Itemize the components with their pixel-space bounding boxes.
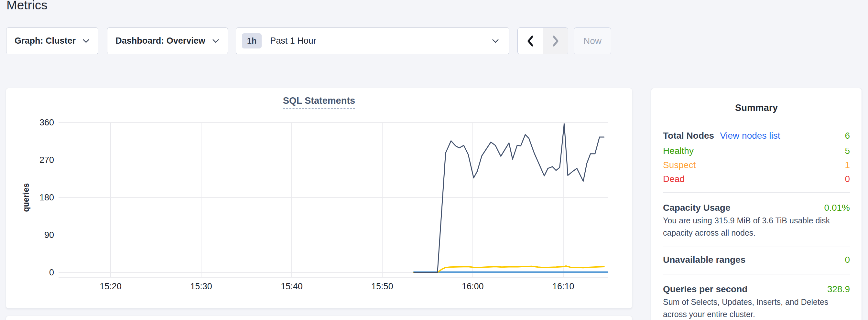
chevron-down-icon bbox=[82, 38, 90, 43]
svg-text:15:20: 15:20 bbox=[100, 282, 122, 291]
capacity-usage-value: 0.01% bbox=[824, 203, 850, 213]
suspect-nodes-row: Suspect 1 bbox=[663, 158, 850, 172]
divider bbox=[663, 274, 850, 275]
healthy-nodes-row: Healthy 5 bbox=[663, 144, 850, 158]
queries-per-second-description: Sum of Selects, Updates, Inserts, and De… bbox=[663, 296, 850, 320]
total-nodes-value: 6 bbox=[845, 131, 850, 141]
svg-text:15:50: 15:50 bbox=[371, 282, 393, 291]
total-nodes-row: Total Nodes View nodes list 6 bbox=[663, 129, 850, 143]
svg-text:16:00: 16:00 bbox=[462, 282, 484, 291]
svg-text:15:30: 15:30 bbox=[190, 282, 212, 291]
summary-panel: Summary Total Nodes View nodes list 6 He… bbox=[651, 88, 862, 320]
chevron-left-icon bbox=[526, 35, 534, 47]
dead-nodes-label: Dead bbox=[663, 174, 685, 184]
sql-statements-chart[interactable]: 09018027036015:2015:3015:4015:5016:0016:… bbox=[6, 88, 632, 309]
divider bbox=[663, 247, 850, 247]
metrics-page: Metrics Graph: Cluster Dashboard: Overvi… bbox=[0, 0, 868, 320]
dead-nodes-row: Dead 0 bbox=[663, 172, 850, 186]
healthy-nodes-label: Healthy bbox=[663, 146, 694, 156]
svg-text:15:40: 15:40 bbox=[281, 282, 303, 291]
now-button[interactable]: Now bbox=[574, 28, 611, 54]
unavailable-ranges-label: Unavailable ranges bbox=[663, 255, 745, 265]
next-chart-card bbox=[6, 316, 632, 320]
graph-dropdown-label: Graph: Cluster bbox=[14, 36, 76, 46]
dead-nodes-value: 0 bbox=[845, 174, 850, 184]
time-range-label: Past 1 Hour bbox=[270, 36, 483, 46]
time-nav-group bbox=[518, 28, 568, 54]
suspect-nodes-label: Suspect bbox=[663, 160, 695, 170]
suspect-nodes-value: 1 bbox=[845, 160, 850, 170]
chart-card: SQL Statements 09018027036015:2015:3015:… bbox=[6, 88, 632, 309]
total-nodes-label: Total Nodes bbox=[663, 131, 714, 141]
prev-time-button[interactable] bbox=[518, 28, 542, 54]
chevron-down-icon bbox=[212, 38, 220, 43]
time-range-selector[interactable]: 1h Past 1 Hour bbox=[236, 28, 509, 54]
chevron-down-icon bbox=[492, 38, 499, 43]
queries-per-second-value: 328.9 bbox=[827, 284, 850, 294]
time-range-badge: 1h bbox=[242, 33, 261, 49]
svg-text:270: 270 bbox=[39, 155, 54, 165]
unavailable-ranges-row: Unavailable ranges 0 bbox=[663, 253, 850, 267]
graph-dropdown[interactable]: Graph: Cluster bbox=[6, 28, 98, 54]
toolbar: Graph: Cluster Dashboard: Overview 1h Pa… bbox=[0, 0, 868, 58]
summary-title: Summary bbox=[651, 102, 862, 113]
svg-text:180: 180 bbox=[39, 193, 54, 202]
capacity-usage-row: Capacity Usage 0.01% bbox=[663, 201, 850, 215]
divider bbox=[663, 192, 850, 193]
svg-text:queries: queries bbox=[21, 183, 30, 212]
svg-text:360: 360 bbox=[39, 118, 54, 127]
svg-text:90: 90 bbox=[44, 230, 54, 240]
svg-text:16:10: 16:10 bbox=[552, 282, 575, 291]
dashboard-dropdown-label: Dashboard: Overview bbox=[116, 36, 205, 46]
capacity-usage-description: You are using 315.9 MiB of 3.6 TiB usabl… bbox=[663, 214, 850, 239]
dashboard-dropdown[interactable]: Dashboard: Overview bbox=[107, 28, 228, 54]
healthy-nodes-value: 5 bbox=[845, 146, 850, 156]
svg-text:0: 0 bbox=[49, 268, 54, 277]
capacity-usage-label: Capacity Usage bbox=[663, 203, 731, 213]
next-time-button[interactable] bbox=[542, 28, 568, 54]
queries-per-second-row: Queries per second 328.9 bbox=[663, 282, 850, 296]
queries-per-second-label: Queries per second bbox=[663, 284, 747, 294]
chevron-right-icon bbox=[552, 35, 559, 47]
unavailable-ranges-value: 0 bbox=[845, 255, 850, 265]
view-nodes-list-link[interactable]: View nodes list bbox=[720, 131, 780, 141]
